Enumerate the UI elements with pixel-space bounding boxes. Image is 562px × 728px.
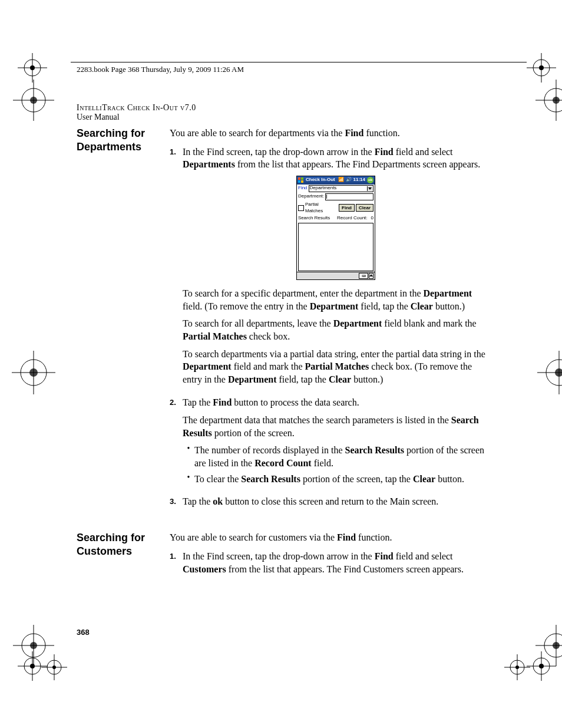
step-paragraph: In the Find screen, tap the drop-down ar…	[183, 146, 489, 171]
device-screenshot: Check In-Out 📶 🔊 11:14 ok Fi	[296, 176, 375, 280]
bullet-item: • The number of records displayed in the…	[183, 444, 489, 469]
ok-button[interactable]: ok	[367, 177, 373, 183]
step-text: Tap the ok button to close this screen a…	[183, 495, 489, 513]
step-paragraph: Tap the ok button to close this screen a…	[183, 495, 489, 508]
signal-icon: 📶	[338, 177, 344, 183]
find-button[interactable]: Find	[339, 204, 355, 212]
crop-mark-icon	[12, 351, 41, 380]
speaker-icon: 🔊	[346, 177, 352, 183]
crop-mark-icon	[535, 80, 562, 109]
crop-mark-icon	[537, 351, 562, 380]
section-customers: Searching for Customers You are able to …	[77, 531, 489, 586]
bullet-item: • To clear the Search Results portion of…	[183, 473, 489, 486]
department-input[interactable]	[325, 193, 373, 200]
crop-mark-icon	[504, 654, 534, 684]
crop-mark-icon	[41, 654, 71, 684]
search-results-label: Search Results	[298, 215, 330, 222]
device-time: 11:14	[353, 177, 365, 183]
step-paragraph: Tap the Find button to process the data …	[183, 396, 489, 409]
step-paragraph: In the Find screen, tap the drop-down ar…	[183, 550, 489, 575]
section-departments: Searching for Departments You are able t…	[77, 127, 489, 518]
step-text: In the Find screen, tap the drop-down ar…	[183, 146, 489, 391]
device-titlebar: Check In-Out 📶 🔊 11:14 ok	[297, 176, 375, 185]
step-1: 1. In the Find screen, tap the drop-down…	[170, 550, 489, 580]
svg-rect-48	[298, 177, 300, 180]
crop-mark-icon	[18, 53, 47, 83]
record-count-value: 0	[371, 215, 373, 222]
device-title: Check In-Out	[306, 177, 335, 183]
after-image-para: To search departments via a partial data…	[183, 348, 489, 386]
partial-matches-checkbox[interactable]	[298, 205, 304, 211]
side-heading: Searching for Customers	[77, 531, 170, 558]
crop-mark-icon	[13, 80, 42, 109]
svg-rect-49	[301, 177, 303, 180]
device-taskbar: ⌨	[297, 272, 375, 279]
running-head-2: User Manual	[77, 113, 489, 122]
svg-rect-51	[301, 180, 303, 183]
follow-paragraph: The department data that matches the sea…	[183, 414, 489, 439]
crop-mark-icon	[13, 625, 42, 654]
section-content: You are able to search for departments v…	[170, 127, 489, 518]
crop-mark-icon	[527, 53, 556, 83]
page-header-text: 2283.book Page 368 Thursday, July 9, 200…	[77, 65, 244, 74]
keyboard-icon[interactable]: ⌨	[359, 273, 368, 279]
sip-arrow-icon[interactable]	[369, 273, 373, 279]
partial-matches-label: Partial Matches	[305, 202, 338, 215]
department-label: Department:	[298, 193, 324, 200]
find-dropdown[interactable]: Departments	[309, 185, 373, 192]
windows-flag-icon	[298, 177, 304, 183]
crop-mark-icon	[535, 625, 562, 654]
step-3: 3. Tap the ok button to close this scree…	[170, 495, 489, 513]
running-head-1: IntelliTrack Check In-Out v7.0	[77, 103, 489, 113]
section-content: You are able to search for customers via…	[170, 531, 489, 586]
page-number: 368	[77, 628, 90, 637]
step-text: Tap the Find button to process the data …	[183, 396, 489, 489]
find-label: Find	[298, 185, 308, 192]
search-results-list[interactable]	[298, 223, 373, 271]
step-1: 1. In the Find screen, tap the drop-down…	[170, 146, 489, 391]
step-2: 2. Tap the Find button to process the da…	[170, 396, 489, 489]
after-image-para: To search for all departments, leave the…	[183, 317, 489, 342]
header-rule	[71, 62, 527, 62]
intro-paragraph: You are able to search for customers via…	[170, 531, 489, 544]
step-text: In the Find screen, tap the drop-down ar…	[183, 550, 489, 580]
page-body: IntelliTrack Check In-Out v7.0 User Manu…	[77, 103, 489, 586]
svg-rect-50	[298, 180, 300, 183]
after-image-para: To search for a specific department, ent…	[183, 287, 489, 312]
manual-page: 2283.book Page 368 Thursday, July 9, 200…	[0, 0, 562, 728]
clear-button[interactable]: Clear	[356, 204, 373, 212]
side-heading: Searching for Departments	[77, 127, 170, 153]
intro-paragraph: You are able to search for departments v…	[170, 127, 489, 140]
chevron-down-icon	[367, 186, 372, 191]
record-count-label: Record Count:	[337, 215, 368, 222]
